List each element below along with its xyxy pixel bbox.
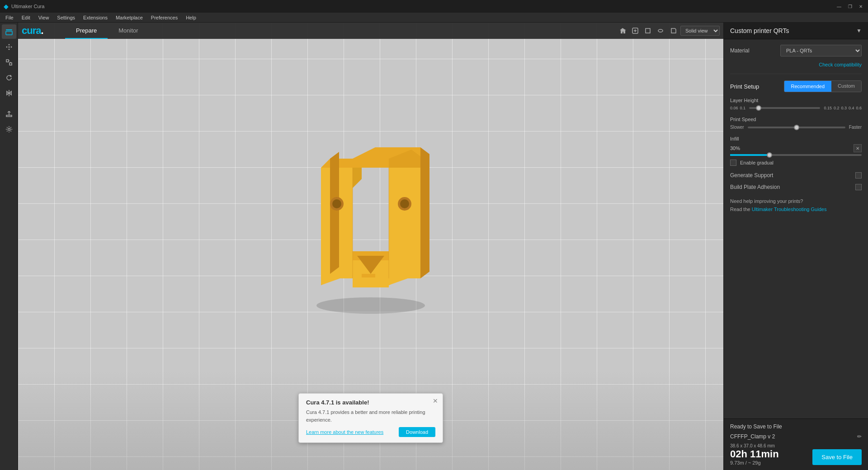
view-top-icon[interactable] [655,25,666,36]
infill-clear-button[interactable]: ✕ [854,144,862,152]
panel-collapse-icon[interactable]: ▼ [856,28,862,34]
layer-height-track[interactable] [749,107,820,109]
notification-title: Cura 4.7.1 is available! [306,399,435,406]
app-icon: ◆ [4,3,9,10]
speed-track[interactable] [748,127,845,128]
tab-monitor[interactable]: Monitor [108,23,149,39]
enable-gradual-row: Enable gradual [730,160,862,166]
build-plate-label: Build Plate Adhesion [730,184,780,190]
speed-thumb[interactable] [794,125,799,130]
view-reset-icon[interactable] [630,25,641,36]
menu-edit[interactable]: Edit [18,14,34,21]
3d-model [294,134,448,315]
menubar: File Edit View Settings Extensions Marke… [0,13,868,23]
svg-rect-4 [9,63,12,65]
tool-scale[interactable] [2,55,16,70]
tool-rotate[interactable] [2,70,16,85]
menu-extensions[interactable]: Extensions [80,14,111,21]
generate-support-checkbox[interactable] [855,172,862,179]
speed-faster-label: Faster [849,125,862,130]
infill-thumb[interactable] [767,152,772,158]
main-layout: cura. Prepare Monitor [0,23,868,470]
view-home-icon[interactable] [617,25,628,36]
view-side-icon[interactable] [668,25,679,36]
print-time: 02h 11min [730,448,779,460]
svg-rect-0 [6,29,12,30]
menu-help[interactable]: Help [182,14,200,21]
tool-support[interactable] [2,107,16,121]
tool-mirror[interactable] [2,86,16,100]
navigation-tabs: Prepare Monitor [65,23,149,39]
close-button[interactable]: ✕ [857,3,864,10]
infill-setting: Infill 30% ✕ Enable gradual [730,136,862,166]
view-mode-select[interactable]: Solid view X-Ray Layer view [680,26,720,36]
tool-open[interactable] [2,24,16,39]
time-block: 02h 11min 9.73m / ~ 29g [730,448,779,465]
tab-recommended[interactable]: Recommended [784,81,832,92]
svg-rect-3 [6,60,9,62]
right-panel: Custom printer QRTs ▼ Material PLA - QRT… [723,23,868,470]
viewport-topbar: cura. Prepare Monitor [18,23,723,39]
help-text: Need help improving your prints?Read the… [730,197,862,213]
tool-move[interactable] [2,40,16,54]
lh-tick-04: 0.4 [849,106,854,110]
viewport[interactable]: cura. Prepare Monitor [18,23,723,470]
print-setup-label: Print Setup [730,83,759,90]
file-row: CFFFP_Clamp v 2 ✏ [730,433,862,440]
download-button[interactable]: Download [399,427,435,437]
menu-view[interactable]: View [35,14,53,21]
svg-rect-7 [6,115,12,117]
layer-height-thumb[interactable] [756,105,761,111]
minimize-button[interactable]: — [835,3,843,10]
menu-settings[interactable]: Settings [53,14,79,21]
lh-tick-006: 0.06 [730,106,738,110]
print-info: 02h 11min 9.73m / ~ 29g Save to File [730,448,862,465]
titlebar-title: Ultimaker Cura [11,4,44,9]
ready-to-save-label: Ready to Save to File [730,423,862,430]
maximize-button[interactable]: ❐ [846,3,854,10]
build-plate-checkbox[interactable] [855,184,862,190]
enable-gradual-label: Enable gradual [740,160,774,165]
generate-support-label: Generate Support [730,172,773,179]
menu-preferences[interactable]: Preferences [147,14,181,21]
viewport-toolbar: Solid view X-Ray Layer view [617,25,720,36]
file-dimensions: 38.6 x 37.0 x 48.6 mm [730,443,862,448]
edit-file-icon[interactable]: ✏ [857,433,862,440]
file-name: CFFFP_Clamp v 2 [730,433,775,440]
infill-track[interactable] [730,154,862,156]
close-notification-button[interactable]: ✕ [433,397,438,404]
layer-height-label: Layer Height [730,98,862,103]
notification-link[interactable]: Learn more about the new features [306,429,383,435]
build-plate-row: Build Plate Adhesion [730,184,862,190]
tab-prepare[interactable]: Prepare [65,23,108,39]
material-select[interactable]: PLA - QRTs ABS PETG TPU [780,45,862,56]
update-notification: ✕ Cura 4.7.1 is available! Cura 4.7.1 pr… [298,393,443,443]
speed-slower-label: Slower [730,125,744,130]
menu-file[interactable]: File [2,14,17,21]
troubleshoot-link[interactable]: Ultimaker Troubleshooting Guides [752,207,827,212]
svg-rect-13 [646,28,650,33]
view-front-icon[interactable] [642,25,653,36]
svg-point-40 [332,199,341,208]
tab-custom[interactable]: Custom [831,81,861,92]
divider [730,74,862,74]
svg-marker-31 [389,168,420,278]
enable-gradual-checkbox[interactable] [730,160,736,166]
save-to-file-button[interactable]: Save to File [812,449,862,465]
notification-text: Cura 4.7.1 provides a better and more re… [306,409,435,423]
print-speed-setting: Print Speed Slower Faster [730,117,862,130]
lh-tick-06: 0.6 [856,106,862,110]
speed-slider-container: Slower Faster [730,125,862,130]
svg-marker-38 [362,274,375,277]
menu-marketplace[interactable]: Marketplace [112,14,146,21]
svg-marker-37 [362,277,375,287]
print-setup-header: Print Setup Recommended Custom [730,80,862,92]
print-speed-label: Print Speed [730,117,862,122]
material-row: Material PLA - QRTs ABS PETG TPU [730,45,862,56]
svg-point-15 [316,297,425,314]
tool-settings[interactable] [2,122,16,136]
check-compatibility-link[interactable]: Check compatibility [730,62,862,67]
lh-tick-03: 0.3 [841,106,847,110]
generate-support-row: Generate Support [730,172,862,179]
app-logo: cura. [22,25,58,37]
